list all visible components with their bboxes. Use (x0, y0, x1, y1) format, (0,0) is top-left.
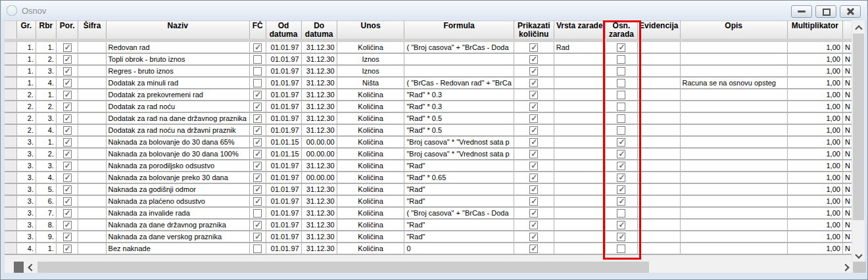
por-checkbox[interactable] (63, 103, 72, 111)
cell-naziv[interactable]: Naknada za bolovanje do 30 dana 65% (106, 136, 249, 148)
fc-checkbox[interactable] (253, 138, 262, 147)
cell-evidencija[interactable] (638, 231, 681, 243)
cell-sifra[interactable] (78, 124, 106, 136)
osn_zarada-checkbox[interactable] (617, 245, 625, 253)
cell-formula[interactable]: "Rad" (404, 231, 514, 243)
cell-multiplikator[interactable]: 1,00 (787, 65, 842, 77)
cell-evidencija[interactable] (638, 41, 681, 54)
horizontal-scrollbar[interactable] (5, 262, 866, 273)
cell-osn_zarada[interactable] (605, 89, 637, 101)
cell-od_datuma[interactable]: 01.01.97 (266, 207, 301, 219)
cell-do_datuma[interactable]: 31.12.30 (301, 160, 337, 172)
vertical-scroll-thumb[interactable] (853, 34, 864, 220)
cell-evidencija[interactable] (638, 183, 681, 195)
cell-prikazati[interactable] (514, 219, 554, 231)
prikazati-checkbox[interactable] (529, 245, 538, 253)
cell-rbr[interactable]: 1. (36, 136, 57, 148)
cell-vrsta_zarade[interactable] (554, 183, 605, 195)
minimize-button[interactable] (791, 5, 812, 18)
cell-formula[interactable]: "Rad" * 0.5 (404, 124, 514, 136)
cell-rbr[interactable]: 3. (36, 65, 57, 77)
cell-od_datuma[interactable]: 01.01.97 (266, 53, 301, 65)
cell-formula[interactable]: "Broj casova" * "Vrednost sata p (404, 148, 514, 160)
cell-naziv[interactable]: Naknada za bolovanje do 30 dana 100% (106, 148, 249, 160)
row-indicator[interactable] (5, 89, 16, 101)
cell-unos[interactable]: Količina (337, 183, 404, 195)
cell-naziv[interactable]: Dodatak za rad na dane državnog praznika (106, 112, 249, 124)
cell-unos[interactable]: Količina (337, 136, 404, 148)
cell-multiplikator[interactable]: 1,00 (787, 89, 842, 101)
osn_zarada-checkbox[interactable] (617, 79, 625, 87)
cell-opis[interactable] (680, 219, 787, 231)
cell-osn_zarada[interactable] (605, 195, 637, 207)
row-indicator[interactable] (5, 53, 16, 65)
prikazati-checkbox[interactable] (529, 233, 538, 241)
cell-prikazati[interactable] (514, 231, 554, 243)
cell-naziv[interactable]: Naknada za invalide rada (106, 207, 249, 219)
cell-do_datuma[interactable]: 31.12.30 (301, 183, 337, 195)
cell-vrsta_zarade[interactable] (554, 89, 605, 101)
cell-naziv[interactable]: Redovan rad (106, 41, 249, 54)
cell-sifra[interactable] (78, 77, 106, 89)
cell-do_datuma[interactable]: 00.00.00 (301, 136, 337, 148)
cell-opis[interactable] (680, 207, 787, 219)
cell-prikazati[interactable] (514, 101, 554, 112)
cell-do_datuma[interactable]: 31.12.30 (301, 243, 337, 254)
cell-unos[interactable]: Količina (337, 231, 404, 243)
osn_zarada-checkbox[interactable] (617, 55, 625, 64)
cell-opis[interactable] (680, 160, 787, 172)
scroll-up-button[interactable] (852, 22, 865, 33)
cell-rbr[interactable]: 2. (36, 148, 57, 160)
cell-osn_zarada[interactable] (605, 101, 637, 112)
prikazati-checkbox[interactable] (529, 114, 538, 123)
cell-multiplikator[interactable]: 1,00 (787, 183, 842, 195)
prikazati-checkbox[interactable] (529, 197, 538, 206)
cell-vrsta_zarade[interactable] (554, 77, 605, 89)
cell-sifra[interactable] (78, 195, 106, 207)
row-indicator[interactable] (5, 183, 16, 195)
por-checkbox[interactable] (63, 209, 72, 218)
cell-prikazati[interactable] (514, 77, 554, 89)
cell-osn_zarada[interactable] (605, 41, 637, 54)
col-do_datuma[interactable]: Do datuma (301, 21, 337, 41)
osn_zarada-checkbox[interactable] (617, 43, 625, 52)
prikazati-checkbox[interactable] (529, 79, 538, 87)
por-checkbox[interactable] (63, 138, 72, 147)
cell-unos[interactable]: Količina (337, 207, 404, 219)
cell-por[interactable] (56, 231, 78, 243)
cell-osn_zarada[interactable] (605, 160, 637, 172)
prikazati-checkbox[interactable] (529, 138, 538, 147)
horizontal-scroll-thumb[interactable] (37, 262, 649, 273)
cell-opis[interactable] (680, 65, 787, 77)
cell-od_datuma[interactable]: 01.01.97 (266, 101, 301, 112)
cell-por[interactable] (56, 243, 78, 254)
prikazati-checkbox[interactable] (529, 174, 538, 182)
cell-rbr[interactable]: 1. (36, 243, 57, 254)
col-multiplikator[interactable]: Multiplikator (787, 21, 842, 41)
cell-unos[interactable]: Količina (337, 160, 404, 172)
cell-gr[interactable]: 3. (16, 160, 36, 172)
row-indicator[interactable] (5, 77, 16, 89)
prikazati-checkbox[interactable] (529, 221, 538, 229)
col-por[interactable]: Por. (56, 21, 78, 41)
col-sifra[interactable]: Šifra (78, 21, 106, 41)
cell-prikazati[interactable] (514, 183, 554, 195)
cell-opis[interactable] (680, 195, 787, 207)
cell-evidencija[interactable] (638, 219, 681, 231)
cell-vrsta_zarade[interactable] (554, 112, 605, 124)
vertical-scrollbar[interactable] (852, 20, 865, 263)
por-checkbox[interactable] (63, 162, 72, 170)
cell-do_datuma[interactable]: 31.12.30 (301, 207, 337, 219)
cell-multiplikator[interactable]: 1,00 (787, 101, 842, 112)
cell-prikazati[interactable] (514, 65, 554, 77)
fc-checkbox[interactable] (253, 197, 262, 206)
cell-opis[interactable] (680, 172, 787, 183)
row-indicator[interactable] (5, 243, 16, 254)
prikazati-checkbox[interactable] (529, 67, 538, 76)
cell-formula[interactable]: "Rad" (404, 219, 514, 231)
cell-evidencija[interactable] (638, 65, 681, 77)
fc-checkbox[interactable] (253, 55, 262, 64)
cell-do_datuma[interactable]: 31.12.30 (301, 231, 337, 243)
cell-sifra[interactable] (78, 160, 106, 172)
cell-fc[interactable] (249, 112, 266, 124)
